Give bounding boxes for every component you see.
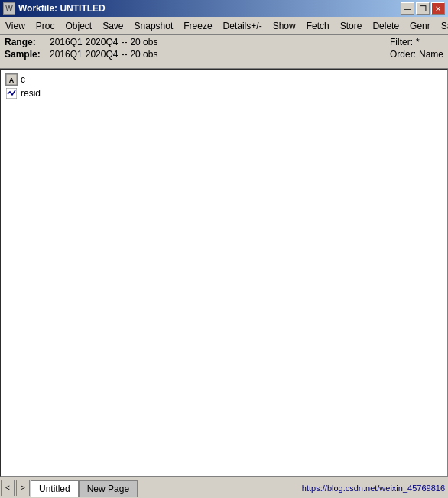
item-c-label: c bbox=[21, 74, 25, 85]
order-label: Order: bbox=[390, 49, 416, 60]
range-obs: 20 obs bbox=[130, 37, 157, 47]
nav-back-button[interactable]: < bbox=[1, 480, 15, 496]
range-end: 2020Q4 bbox=[86, 37, 118, 47]
info-right: Filter: * Order: Name bbox=[390, 37, 443, 60]
menu-store[interactable]: Store bbox=[335, 18, 368, 34]
range-row: Range: 2016Q1 2020Q4 -- 20 obs bbox=[5, 37, 157, 47]
menu-bar: View Proc Object Save Snapshot Freeze De… bbox=[0, 17, 448, 35]
title-bar: W Workfile: UNTITLED — ❐ ✕ bbox=[0, 0, 448, 17]
window-title: Workfile: UNTITLED bbox=[18, 3, 106, 14]
info-left: Range: 2016Q1 2020Q4 -- 20 obs Sample: 2… bbox=[5, 37, 157, 60]
sample-start: 2016Q1 bbox=[50, 49, 83, 60]
item-resid-label: resid bbox=[21, 88, 41, 99]
range-start: 2016Q1 bbox=[50, 37, 83, 47]
nav-forward-button[interactable]: > bbox=[16, 480, 30, 496]
menu-details[interactable]: Details+/- bbox=[218, 18, 268, 34]
status-url: https://blog.csdn.net/weixin_45769816 bbox=[138, 483, 448, 493]
filter-row: Filter: * bbox=[390, 37, 443, 47]
series-icon bbox=[5, 87, 18, 99]
alpha-icon: A bbox=[5, 73, 18, 86]
sample-obs: 20 obs bbox=[130, 49, 157, 60]
nav-controls: < > bbox=[0, 477, 31, 498]
sample-sep: -- bbox=[121, 49, 127, 60]
menu-snapshot[interactable]: Snapshot bbox=[129, 18, 179, 34]
restore-button[interactable]: ❐ bbox=[416, 2, 430, 15]
range-label: Range: bbox=[5, 37, 47, 47]
menu-proc[interactable]: Proc bbox=[31, 18, 60, 34]
status-bar: < > Untitled New Page https://blog.csdn.… bbox=[0, 477, 448, 498]
menu-genr[interactable]: Genr bbox=[404, 18, 436, 34]
menu-save[interactable]: Save bbox=[97, 18, 128, 34]
menu-show[interactable]: Show bbox=[268, 18, 301, 34]
filter-value: * bbox=[416, 37, 420, 47]
svg-text:A: A bbox=[9, 76, 15, 84]
menu-object[interactable]: Object bbox=[60, 18, 97, 34]
menu-freeze[interactable]: Freeze bbox=[178, 18, 217, 34]
menu-fetch[interactable]: Fetch bbox=[301, 18, 335, 34]
workfile-content[interactable]: A c resid bbox=[0, 69, 448, 477]
close-button[interactable]: ✕ bbox=[431, 2, 445, 15]
menu-sample[interactable]: Sample bbox=[436, 18, 448, 34]
sample-row: Sample: 2016Q1 2020Q4 -- 20 obs bbox=[5, 49, 157, 60]
range-sep: -- bbox=[121, 37, 127, 47]
sample-end: 2020Q4 bbox=[86, 49, 118, 60]
info-bar: Range: 2016Q1 2020Q4 -- 20 obs Sample: 2… bbox=[0, 35, 448, 69]
item-c[interactable]: A c bbox=[4, 73, 444, 86]
order-row: Order: Name bbox=[390, 49, 443, 60]
filter-label: Filter: bbox=[390, 37, 413, 47]
tab-untitled[interactable]: Untitled bbox=[31, 480, 79, 497]
menu-view[interactable]: View bbox=[0, 18, 31, 34]
minimize-button[interactable]: — bbox=[401, 2, 414, 15]
sample-label: Sample: bbox=[5, 49, 47, 60]
item-resid[interactable]: resid bbox=[4, 86, 444, 100]
window-controls: — ❐ ✕ bbox=[401, 2, 445, 15]
menu-delete[interactable]: Delete bbox=[367, 18, 404, 34]
app-icon: W bbox=[3, 2, 15, 15]
title-bar-left: W Workfile: UNTITLED bbox=[3, 2, 106, 15]
tab-new-page[interactable]: New Page bbox=[79, 480, 138, 497]
order-value: Name bbox=[419, 49, 443, 60]
